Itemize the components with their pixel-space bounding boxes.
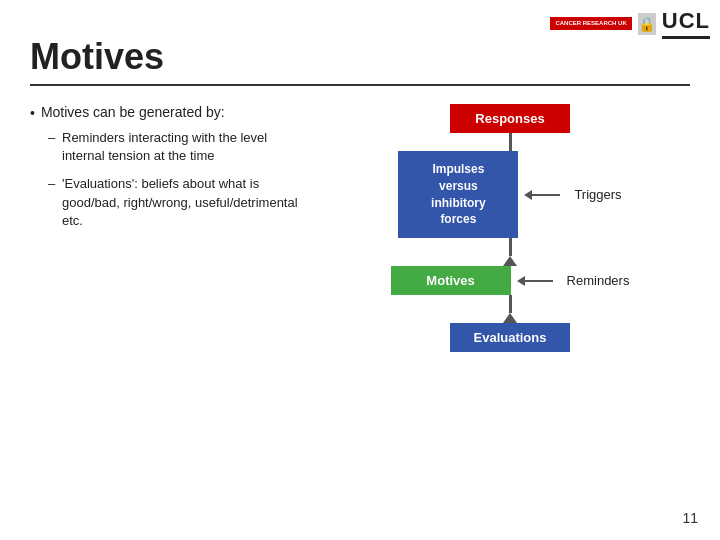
box-evaluations: Evaluations bbox=[450, 323, 570, 352]
triggers-label: Triggers bbox=[574, 187, 621, 202]
title-divider bbox=[30, 84, 690, 86]
box-responses: Responses bbox=[450, 104, 570, 133]
connector-line-2 bbox=[509, 238, 512, 256]
connector-line-3 bbox=[509, 295, 512, 313]
main-bullet: • Motives can be generated by: bbox=[30, 104, 300, 121]
text-column: • Motives can be generated by: Reminders… bbox=[30, 104, 300, 240]
logos-area: CANCER RESEARCH UK 🔒 UCL bbox=[550, 8, 710, 39]
arrow-head-reminders bbox=[517, 276, 525, 286]
content-row: • Motives can be generated by: Reminders… bbox=[30, 104, 690, 352]
arrow-up-indicator-2 bbox=[503, 313, 517, 323]
arrow-up-indicator bbox=[503, 256, 517, 266]
box-impulses: Impulses versus inhibitory forces bbox=[398, 151, 518, 238]
impulses-row: Impulses versus inhibitory forces Trigge… bbox=[330, 151, 690, 238]
lock-icon: 🔒 bbox=[638, 13, 656, 35]
page-number: 11 bbox=[682, 510, 698, 526]
triggers-arrow: Triggers bbox=[524, 187, 621, 202]
reminders-arrow: Reminders bbox=[517, 273, 630, 288]
motives-row: Motives Reminders bbox=[330, 266, 690, 295]
box-motives: Motives bbox=[391, 266, 511, 295]
cancer-research-logo: CANCER RESEARCH UK bbox=[550, 17, 631, 31]
arrow-line-triggers bbox=[532, 194, 560, 196]
sub-bullets-list: Reminders interacting with the level int… bbox=[30, 129, 300, 230]
diagram-column: Responses Impulses versus inhibitory for… bbox=[330, 104, 690, 352]
connector-line-1 bbox=[509, 133, 512, 151]
arrow-line-reminders bbox=[525, 280, 553, 282]
arrow-head-triggers bbox=[524, 190, 532, 200]
reminders-label: Reminders bbox=[567, 273, 630, 288]
sub-bullet-2: 'Evaluations': beliefs about what is goo… bbox=[48, 175, 300, 230]
main-content: Motives • Motives can be generated by: R… bbox=[0, 0, 720, 372]
page-title: Motives bbox=[30, 36, 690, 78]
sub-bullet-1: Reminders interacting with the level int… bbox=[48, 129, 300, 165]
ucl-logo: UCL bbox=[662, 8, 710, 39]
